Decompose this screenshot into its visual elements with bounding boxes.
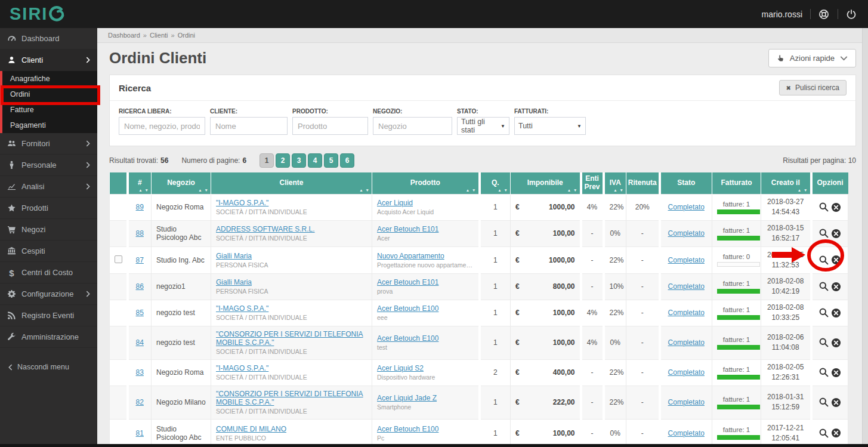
search-input-prodotto[interactable] <box>292 117 368 135</box>
column-header-[interactable]: #▲ ▼ <box>128 172 152 194</box>
search-icon[interactable] <box>818 228 829 239</box>
prodotto-link[interactable]: Acer Betouch E101 <box>377 225 438 233</box>
sort-arrows-icon[interactable]: ▲ ▼ <box>498 188 508 192</box>
prodotto-link[interactable]: Acer Betouch E100 <box>377 425 438 433</box>
cliente-link[interactable]: "I-MAGO S.P.A." <box>216 199 268 207</box>
x-circle-icon[interactable] <box>831 202 841 212</box>
prodotto-link[interactable]: Acer Betouch E101 <box>377 278 438 286</box>
sidebar-item-registro-eventi[interactable]: Registro Eventi <box>0 305 97 326</box>
select-fatturati[interactable]: Tutti▼ <box>514 117 586 135</box>
x-circle-icon[interactable] <box>831 428 841 438</box>
sort-arrows-icon[interactable]: ▲ ▼ <box>567 188 578 192</box>
prodotto-link[interactable]: Acer Liquid Jade Z <box>377 394 437 402</box>
sidebar-item-fornitori[interactable]: Fornitori <box>0 133 97 155</box>
stato-link[interactable]: Completato <box>668 309 705 317</box>
stato-link[interactable]: Completato <box>668 229 705 238</box>
cliente-link[interactable]: Gialli Maria <box>216 278 252 286</box>
prodotto-link[interactable]: Acer Betouch E100 <box>377 334 438 343</box>
cliente-link[interactable]: "I-MAGO S.P.A." <box>216 304 268 313</box>
scrollbar[interactable] <box>862 28 868 447</box>
stato-link[interactable]: Completato <box>668 338 705 347</box>
sidebar-subitem-ordini[interactable]: Ordini <box>0 87 97 102</box>
x-circle-icon[interactable] <box>831 282 841 292</box>
select-stato[interactable]: Tutti gli stati▼ <box>457 117 509 135</box>
search-icon[interactable] <box>818 255 829 266</box>
sort-arrows-icon[interactable]: ▲ ▼ <box>359 188 370 192</box>
column-header-negozio[interactable]: Negozio▲ ▼ <box>152 172 211 194</box>
sidebar-item-clienti[interactable]: Clienti <box>0 50 97 71</box>
search-input-ricerca-libera[interactable] <box>119 117 205 135</box>
sidebar-item-personale[interactable]: Personale <box>0 155 97 176</box>
sort-arrows-icon[interactable]: ▲ ▼ <box>466 188 477 192</box>
page-button-6[interactable]: 6 <box>340 153 354 168</box>
sort-arrows-icon[interactable]: ▲ ▼ <box>798 188 808 192</box>
column-header-iva[interactable]: IVA▲ ▼ <box>604 172 626 194</box>
sidebar-item-amministrazione[interactable]: Amministrazione <box>0 326 97 348</box>
cliente-link[interactable]: "CONSORZIO PER I SERVIZI DI TELEFONIA MO… <box>216 390 363 406</box>
page-button-1[interactable]: 1 <box>260 153 274 168</box>
order-id-link[interactable]: 81 <box>136 429 144 437</box>
column-header-imponibile[interactable]: Imponibile▲ ▼ <box>511 172 581 194</box>
page-button-4[interactable]: 4 <box>308 153 322 168</box>
prodotto-link[interactable]: Nuovo Appartamento <box>377 252 444 260</box>
column-header-prodotto[interactable]: Prodotto▲ ▼ <box>372 172 480 194</box>
sidebar-item-negozi[interactable]: Negozi <box>0 219 97 241</box>
cliente-link[interactable]: ADDRESS SOFTWARE S.R.L. <box>216 225 315 233</box>
sidebar-item-centri-di-costo[interactable]: $Centri di Costo <box>0 262 97 283</box>
prodotto-link[interactable]: Acer Liquid S2 <box>377 364 424 372</box>
column-header-creato-il[interactable]: Creato il▲ ▼ <box>761 172 811 194</box>
order-id-link[interactable]: 87 <box>136 256 144 264</box>
sidebar-item-prodotti[interactable]: Prodotti <box>0 198 97 219</box>
order-id-link[interactable]: 83 <box>136 368 144 377</box>
search-icon[interactable] <box>818 428 829 439</box>
column-header-q[interactable]: Q.▲ ▼ <box>480 172 511 194</box>
search-icon[interactable] <box>818 307 829 318</box>
sidebar-collapse-button[interactable]: Nascondi menu <box>0 357 97 377</box>
order-id-link[interactable]: 88 <box>136 229 144 238</box>
order-id-link[interactable]: 86 <box>136 282 144 291</box>
sort-arrows-icon[interactable]: ▲ ▼ <box>198 188 209 192</box>
stato-link[interactable]: Completato <box>668 203 705 211</box>
page-button-2[interactable]: 2 <box>276 153 290 168</box>
clear-search-button[interactable]: ✖ Pulisci ricerca <box>779 80 847 95</box>
sidebar-item-analisi[interactable]: Analisi <box>0 176 97 198</box>
breadcrumb-item-clienti[interactable]: Clienti <box>150 32 168 39</box>
row-checkbox[interactable] <box>115 255 122 263</box>
search-icon[interactable] <box>818 367 829 378</box>
stato-link[interactable]: Completato <box>668 368 705 377</box>
sidebar-subitem-pagamenti[interactable]: Pagamenti <box>0 118 97 133</box>
breadcrumb-item-dashboard[interactable]: Dashboard <box>108 32 140 39</box>
power-icon[interactable] <box>846 8 857 20</box>
sort-arrows-icon[interactable]: ▲ ▼ <box>138 188 149 192</box>
cliente-link[interactable]: "I-MAGO S.P.A." <box>216 364 268 372</box>
search-icon[interactable] <box>818 202 829 212</box>
sidebar-item-configurazione[interactable]: Configurazione <box>0 283 97 305</box>
page-button-3[interactable]: 3 <box>292 153 306 168</box>
stato-link[interactable]: Completato <box>668 282 705 291</box>
prodotto-link[interactable]: Acer Betouch E100 <box>377 304 438 313</box>
search-icon[interactable] <box>818 281 829 292</box>
quick-actions-button[interactable]: Azioni rapide <box>768 49 856 67</box>
search-icon[interactable] <box>818 397 829 408</box>
column-header-cliente[interactable]: Cliente▲ ▼ <box>211 172 372 194</box>
globe-icon[interactable] <box>818 8 830 20</box>
sort-arrows-icon[interactable]: ▲ ▼ <box>613 188 624 192</box>
order-id-link[interactable]: 84 <box>136 338 144 347</box>
cliente-link[interactable]: Gialli Maria <box>216 252 252 260</box>
breadcrumb-item-ordini[interactable]: Ordini <box>178 32 195 39</box>
sidebar-item-cespiti[interactable]: Cespiti <box>0 241 97 262</box>
order-id-link[interactable]: 82 <box>136 398 144 406</box>
sidebar-subitem-anagrafiche[interactable]: Anagrafiche <box>0 71 97 87</box>
x-circle-icon[interactable] <box>831 338 841 348</box>
x-circle-icon[interactable] <box>831 308 841 318</box>
order-id-link[interactable]: 85 <box>136 309 144 317</box>
cliente-link[interactable]: "CONSORZIO PER I SERVIZI DI TELEFONIA MO… <box>216 330 363 347</box>
prodotto-link[interactable]: Acer Liquid <box>377 199 413 207</box>
order-id-link[interactable]: 89 <box>136 203 144 211</box>
stato-link[interactable]: Completato <box>668 256 705 264</box>
sidebar-subitem-fatture[interactable]: Fatture <box>0 102 97 118</box>
sidebar-item-dashboard[interactable]: Dashboard <box>0 28 97 50</box>
x-circle-icon[interactable] <box>831 368 841 378</box>
cliente-link[interactable]: COMUNE DI MILANO <box>216 425 286 433</box>
page-button-5[interactable]: 5 <box>324 153 338 168</box>
